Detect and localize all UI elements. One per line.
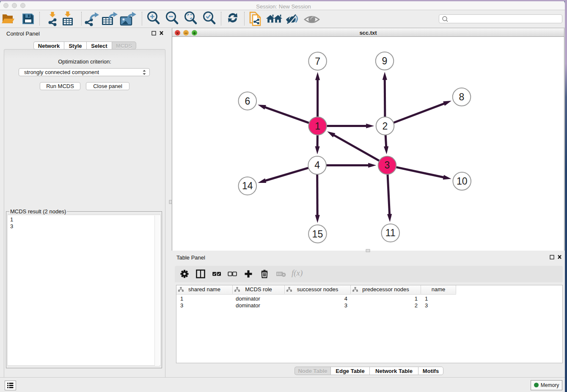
svg-text:4: 4	[314, 160, 320, 171]
svg-text:3: 3	[385, 160, 390, 171]
svg-text:11: 11	[385, 227, 396, 238]
svg-text:6: 6	[245, 96, 250, 107]
svg-text:14: 14	[242, 180, 253, 191]
svg-text:1: 1	[315, 121, 320, 132]
svg-text:7: 7	[315, 56, 320, 67]
svg-text:8: 8	[459, 91, 465, 102]
svg-text:9: 9	[382, 55, 388, 66]
svg-text:15: 15	[312, 229, 323, 240]
svg-text:2: 2	[383, 121, 388, 132]
svg-text:10: 10	[457, 176, 468, 187]
